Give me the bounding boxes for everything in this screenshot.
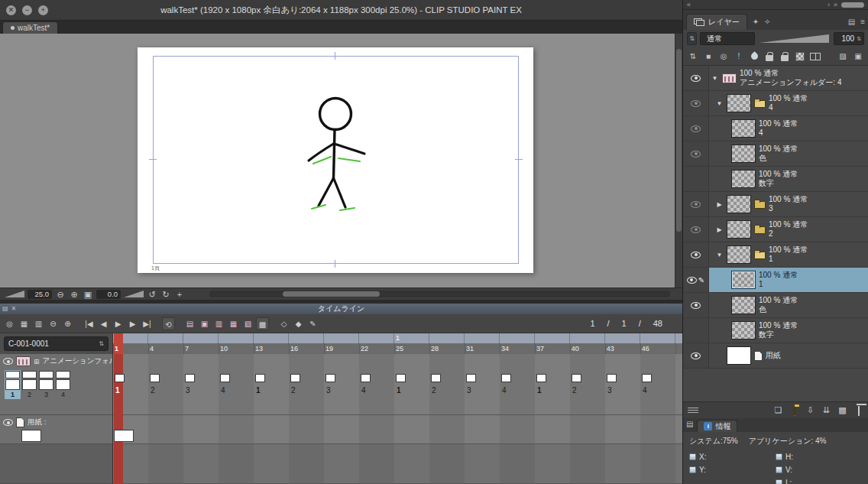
go-first-frame-icon[interactable]: |◀: [83, 317, 96, 330]
paper-cel-cell[interactable]: [114, 430, 134, 442]
cel-box[interactable]: [466, 374, 476, 382]
expand-arrow-icon[interactable]: ▼: [715, 100, 724, 107]
layer-visibility-toggle[interactable]: [683, 192, 709, 216]
cel-number[interactable]: 2: [151, 386, 155, 395]
canvas-vertical-scrollbar[interactable]: [675, 34, 682, 287]
zoom-value[interactable]: 25.0: [28, 290, 52, 299]
prev-frame-icon[interactable]: ◀: [97, 317, 110, 330]
layer-row-body[interactable]: ▼100 % 通常1: [709, 242, 868, 267]
cel-number[interactable]: 3: [186, 386, 190, 395]
layer-row[interactable]: 100 % 通常4: [683, 116, 868, 141]
cel-box[interactable]: [607, 374, 617, 382]
layer-thumbnail[interactable]: [731, 271, 756, 289]
h-checkbox[interactable]: [776, 453, 782, 460]
track-layout-alt-icon[interactable]: ▥: [32, 317, 45, 330]
dock-arrow-double-icon[interactable]: »: [834, 1, 837, 8]
track-expand-icon[interactable]: ⊞: [34, 358, 40, 365]
reset-view-icon[interactable]: +: [174, 289, 185, 300]
cel-box[interactable]: [326, 374, 335, 382]
create-mask-icon[interactable]: ▩: [837, 405, 847, 415]
layer-row[interactable]: 用紙: [683, 343, 868, 369]
layer-row[interactable]: 100 % 通常数字: [683, 318, 868, 343]
start-frame-value[interactable]: 1: [622, 319, 627, 328]
expand-arrow-icon[interactable]: ▼: [711, 75, 719, 82]
cel-thumb-column[interactable]: 1: [5, 370, 21, 399]
layer-thumbnail[interactable]: [727, 220, 751, 239]
zoom-window-button[interactable]: +: [38, 5, 48, 15]
layer-visibility-toggle[interactable]: [683, 217, 709, 242]
rotation-slider[interactable]: [124, 291, 144, 297]
layer-row-body[interactable]: 100 % 通常色: [709, 293, 868, 317]
timeline-panel-menu-icon[interactable]: ▤: [2, 304, 8, 314]
loop-playback-icon[interactable]: ⟲: [162, 317, 175, 330]
cel-number[interactable]: 2: [432, 386, 436, 395]
layer-row[interactable]: ✎100 % 通常1: [683, 268, 868, 293]
lock-alpha-icon[interactable]: [779, 50, 790, 62]
zoom-in-icon[interactable]: ⊕: [69, 289, 79, 300]
cel-number[interactable]: 2: [291, 386, 296, 395]
cel-thumb-column[interactable]: 4: [55, 370, 71, 399]
timeline-panel-close-icon[interactable]: ✕: [11, 304, 17, 314]
cel-number[interactable]: 1: [537, 386, 542, 395]
palette-list-icon[interactable]: ▤: [848, 18, 855, 30]
delete-layer-icon[interactable]: [853, 406, 863, 415]
cel-box[interactable]: [361, 374, 371, 382]
track-visibility-icon[interactable]: [3, 358, 13, 365]
cel-number[interactable]: 4: [361, 386, 366, 395]
layer-row[interactable]: ▼100 % 通常アニメーションフォルダー: 4: [683, 66, 868, 91]
cel-number[interactable]: 2: [572, 386, 577, 395]
layer-row[interactable]: ▼100 % 通常4: [683, 91, 868, 116]
cel-box[interactable]: [396, 374, 406, 382]
end-frame-value[interactable]: 48: [653, 319, 662, 328]
l-checkbox[interactable]: [776, 479, 782, 484]
cel-thumb-column[interactable]: 2: [21, 370, 37, 399]
decoration-tab-icon[interactable]: ✦: [753, 18, 759, 30]
new-animation-folder-icon[interactable]: ▤: [183, 317, 196, 330]
cel-box[interactable]: [642, 374, 652, 382]
layer-visibility-toggle[interactable]: [683, 318, 709, 343]
layer-row[interactable]: ▶100 % 通常3: [683, 192, 868, 217]
blend-mode-select[interactable]: 通常: [700, 32, 755, 45]
layer-thumbnail[interactable]: [731, 145, 756, 163]
layer-mask-icon[interactable]: ▣: [853, 50, 863, 62]
current-frame-value[interactable]: 1: [590, 319, 594, 328]
cel-number[interactable]: 4: [502, 386, 507, 395]
layer-visibility-toggle[interactable]: [683, 141, 709, 166]
expand-arrow-icon[interactable]: ▶: [715, 201, 724, 208]
layer-thumbnail[interactable]: [727, 94, 751, 112]
cel-settings-icon[interactable]: ▧: [241, 317, 254, 330]
onion-skin-icon[interactable]: ▩: [256, 317, 269, 330]
timeline-zoom-in-icon[interactable]: ⊕: [61, 317, 74, 330]
fit-screen-icon[interactable]: ▣: [83, 289, 93, 300]
cel-box[interactable]: [572, 374, 581, 382]
material-tab-icon[interactable]: ✧: [764, 18, 770, 30]
paper-track[interactable]: [113, 415, 682, 444]
layer-thumbnail[interactable]: [727, 195, 751, 213]
tab-layer-palette[interactable]: レイヤー: [686, 14, 747, 30]
cel-box[interactable]: [150, 374, 160, 382]
layer-row-body[interactable]: 100 % 通常色: [709, 141, 868, 166]
layer-row-body[interactable]: ▼100 % 通常4: [709, 91, 868, 115]
cel-number[interactable]: 4: [221, 386, 225, 395]
transfer-down-icon[interactable]: ⇩: [805, 405, 815, 415]
layer-row[interactable]: 100 % 通常色: [683, 141, 868, 167]
cel-box[interactable]: [220, 374, 230, 382]
timeline-ruler[interactable]: 1 14710131619222528313437404346: [113, 333, 682, 354]
lock-layer-icon[interactable]: [764, 50, 775, 62]
layer-thumbnail[interactable]: [731, 296, 756, 314]
new-folder-icon[interactable]: [789, 406, 799, 415]
clip-stepper-icon[interactable]: ⇅: [99, 340, 104, 347]
layer-thumbnail[interactable]: [727, 245, 751, 264]
animation-cel-track[interactable]: 1234123412341234: [113, 354, 682, 415]
palette-menu-icon[interactable]: ≡: [860, 18, 865, 30]
blend-stepper-icon[interactable]: ⇅: [687, 32, 697, 45]
layer-row-body[interactable]: 100 % 通常1: [709, 268, 868, 292]
layer-row-body[interactable]: 100 % 通常数字: [709, 167, 868, 191]
canvas-viewport[interactable]: 1頁: [0, 34, 682, 287]
next-frame-icon[interactable]: ▶: [126, 317, 139, 330]
cel-box[interactable]: [115, 374, 125, 382]
y-checkbox[interactable]: [689, 466, 696, 473]
keyframe-edit-icon[interactable]: ✎: [306, 317, 319, 330]
canvas-page[interactable]: 1頁: [138, 47, 533, 273]
scrollbar-thumb[interactable]: [676, 49, 682, 232]
